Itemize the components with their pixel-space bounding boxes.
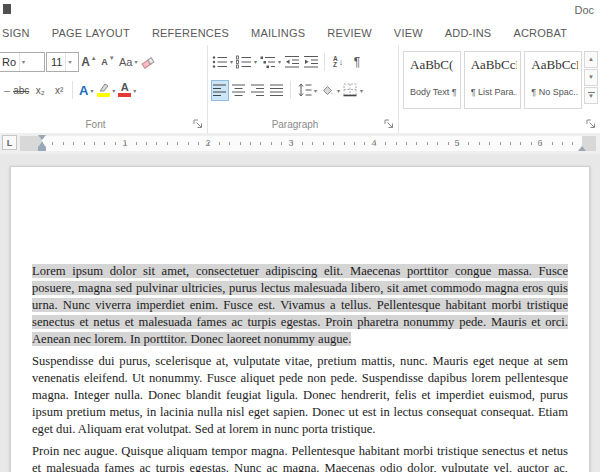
tab-review[interactable]: REVIEW xyxy=(316,20,383,45)
ribbon-tab-bar: SIGN PAGE LAYOUT REFERENCES MAILINGS REV… xyxy=(0,20,600,45)
font-dialog-launcher[interactable] xyxy=(193,119,204,130)
paragraph[interactable]: Lorem ipsum dolor sit amet, consectetuer… xyxy=(32,263,568,348)
multilevel-list-button[interactable]: ▾ xyxy=(259,51,282,72)
chevron-down-icon: ▾ xyxy=(360,87,363,94)
ruler-number: 1 xyxy=(122,138,127,148)
page[interactable]: Lorem ipsum dolor sit amet, consectetuer… xyxy=(10,166,590,472)
line-spacing-icon xyxy=(296,83,312,97)
horizontal-ruler[interactable]: 1 2 3 4 5 6 xyxy=(20,136,596,151)
right-indent-marker[interactable] xyxy=(578,146,586,151)
styles-gallery: AaBbC( Body Text ¶ AaBbCcL ¶ List Para..… xyxy=(403,51,582,109)
ruler-number: 6 xyxy=(537,138,542,148)
increase-indent-button[interactable] xyxy=(302,51,320,72)
align-center-button[interactable] xyxy=(230,80,248,101)
superscript-button[interactable]: x² xyxy=(50,80,68,101)
chevron-down-icon: ▾ xyxy=(230,58,233,65)
paragraph-text[interactable]: Proin nec augue. Quisque aliquam tempor … xyxy=(32,444,568,472)
grow-font-button[interactable]: A▲ xyxy=(80,51,98,72)
styles-scroll-up-button[interactable]: ▲ xyxy=(584,51,598,68)
styles-scroll-down-button[interactable]: ▼ xyxy=(584,69,598,86)
selected-text[interactable]: Lorem ipsum dolor sit amet, consectetuer… xyxy=(32,264,568,346)
decrease-indent-button[interactable] xyxy=(283,51,301,72)
chevron-down-icon: ▾ xyxy=(337,87,340,94)
tab-view[interactable]: VIEW xyxy=(383,20,434,45)
divider xyxy=(72,81,73,99)
shrink-font-button[interactable]: A▼ xyxy=(99,51,117,72)
font-group-label: Font xyxy=(0,119,191,130)
paragraph-text[interactable]: Suspendisse dui purus, scelerisque at, v… xyxy=(32,354,568,436)
document-text[interactable]: Lorem ipsum dolor sit amet, consectetuer… xyxy=(32,263,568,472)
line-spacing-button[interactable]: ▾ xyxy=(295,80,318,101)
align-left-icon xyxy=(213,84,227,97)
ruler: L 1 2 3 4 5 6 xyxy=(0,133,600,155)
align-justify-button[interactable] xyxy=(268,80,286,101)
document-title: Doc xyxy=(574,4,594,16)
highlighter-pen-icon xyxy=(97,83,110,92)
clear-formatting-button[interactable] xyxy=(139,51,157,72)
font-group: Ro ▾ 11 ▾ A▲ A▼ Aa▾ xyxy=(0,45,208,133)
decrease-indent-icon xyxy=(285,55,300,69)
multilevel-list-icon xyxy=(260,55,276,69)
ruler-text-area[interactable]: 1 2 3 4 5 6 xyxy=(42,136,582,151)
quick-access-partial-icon xyxy=(3,4,11,14)
paragraph[interactable]: Proin nec augue. Quisque aliquam tempor … xyxy=(32,443,568,472)
underline-button-partial[interactable]: – xyxy=(3,80,11,101)
divider xyxy=(324,53,325,71)
bullets-button[interactable]: ▾ xyxy=(211,51,234,72)
font-color-button[interactable]: A ▾ xyxy=(117,80,137,101)
highlight-color-swatch xyxy=(97,93,110,97)
tab-references[interactable]: REFERENCES xyxy=(141,20,240,45)
chevron-down-icon: ▾ xyxy=(134,58,137,65)
chevron-down-icon[interactable]: ▾ xyxy=(65,53,73,71)
paragraph-dialog-launcher[interactable] xyxy=(384,119,395,130)
tab-design-partial[interactable]: SIGN xyxy=(0,20,41,45)
left-indent-marker[interactable] xyxy=(38,147,46,151)
up-arrow-icon: ▲ xyxy=(588,57,594,62)
tab-page-layout[interactable]: PAGE LAYOUT xyxy=(41,20,141,45)
chevron-down-icon[interactable]: ▾ xyxy=(19,53,27,71)
align-left-button[interactable] xyxy=(211,80,229,101)
change-case-button[interactable]: Aa▾ xyxy=(118,51,138,72)
chevron-down-icon: ▾ xyxy=(112,87,115,94)
font-color-swatch xyxy=(118,93,131,97)
styles-more-button[interactable]: ▼ xyxy=(584,87,598,104)
tab-selector-button[interactable]: L xyxy=(2,135,17,150)
font-size-combo[interactable]: 11 ▾ xyxy=(46,52,79,72)
document-area[interactable]: Lorem ipsum dolor sit amet, consectetuer… xyxy=(0,154,600,472)
style-body-text[interactable]: AaBbC( Body Text ¶ xyxy=(403,51,461,109)
paragraph-group: ▾ ▾ ▾ xyxy=(208,45,399,133)
highlight-color-button[interactable]: ▾ xyxy=(96,80,116,101)
ruler-number: 5 xyxy=(454,138,459,148)
chevron-down-icon: ▾ xyxy=(278,58,281,65)
paint-bucket-icon xyxy=(320,83,335,97)
tab-mailings[interactable]: MAILINGS xyxy=(240,20,316,45)
style-no-spacing[interactable]: AaBbCcL ¶ No Spac... xyxy=(524,51,582,109)
borders-grid-icon xyxy=(343,83,358,97)
borders-button[interactable]: ▾ xyxy=(342,80,364,101)
down-arrow-icon: ▼ xyxy=(588,75,594,80)
numbering-button[interactable]: ▾ xyxy=(235,51,258,72)
shading-button[interactable]: ▾ xyxy=(319,80,341,101)
chevron-down-icon: ▾ xyxy=(90,87,93,94)
title-bar: Doc xyxy=(0,0,600,20)
ruler-number: 4 xyxy=(371,138,376,148)
text-effects-button[interactable]: A▾ xyxy=(77,80,95,101)
style-list-paragraph[interactable]: AaBbCcL ¶ List Para... xyxy=(464,51,522,109)
tab-acrobat[interactable]: ACROBAT xyxy=(502,20,578,45)
show-hide-formatting-button[interactable]: ¶ xyxy=(348,51,366,72)
chevron-down-icon: ▾ xyxy=(314,87,317,94)
first-line-indent-marker[interactable] xyxy=(38,135,46,140)
styles-group: AaBbC( Body Text ¶ AaBbCcL ¶ List Para..… xyxy=(399,45,600,133)
subscript-button[interactable]: x₂ xyxy=(31,80,49,101)
strikethrough-button[interactable]: abc xyxy=(12,80,30,101)
sort-button[interactable]: AZ ↓ xyxy=(329,51,347,72)
pilcrow-icon: ¶ xyxy=(354,55,360,69)
align-right-button[interactable] xyxy=(249,80,267,101)
font-name-combo[interactable]: Ro ▾ xyxy=(0,52,45,72)
styles-dialog-launcher[interactable] xyxy=(586,119,597,130)
align-right-icon xyxy=(251,84,265,97)
paragraph[interactable]: Suspendisse dui purus, scelerisque at, v… xyxy=(32,353,568,438)
ruler-number: 3 xyxy=(288,138,293,148)
font-size-value: 11 xyxy=(51,56,62,68)
tab-add-ins[interactable]: ADD-INS xyxy=(434,20,503,45)
